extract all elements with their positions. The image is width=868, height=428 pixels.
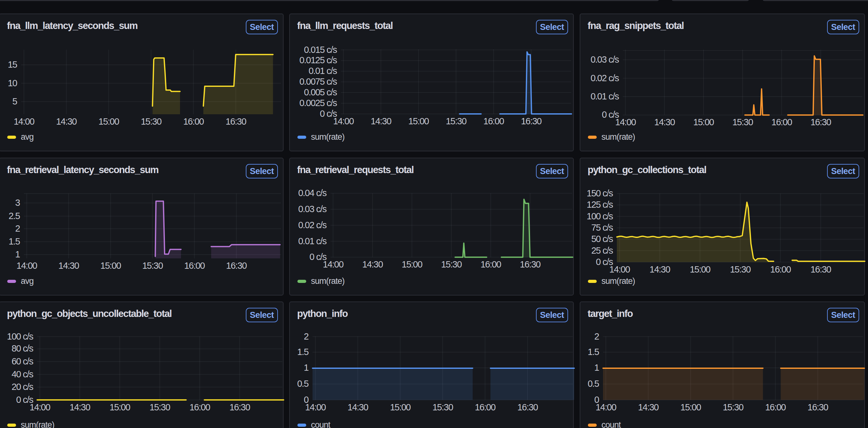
svg-text:80 c/s: 80 c/s	[12, 343, 33, 354]
svg-text:1: 1	[304, 363, 308, 373]
svg-text:0.0125 c/s: 0.0125 c/s	[299, 55, 337, 65]
svg-text:50 c/s: 50 c/s	[591, 234, 613, 244]
svg-text:75 c/s: 75 c/s	[591, 222, 613, 233]
svg-text:150 c/s: 150 c/s	[587, 188, 613, 198]
svg-text:14:00: 14:00	[595, 402, 616, 412]
svg-text:1: 1	[594, 363, 599, 373]
svg-text:40 c/s: 40 c/s	[12, 369, 33, 379]
svg-text:16:00: 16:00	[184, 261, 205, 271]
svg-text:14:30: 14:30	[371, 116, 391, 126]
svg-text:15:30: 15:30	[142, 261, 163, 271]
svg-text:16:00: 16:00	[770, 264, 790, 274]
svg-text:1.5: 1.5	[297, 347, 308, 357]
svg-text:14:00: 14:00	[30, 402, 50, 412]
svg-text:14:30: 14:30	[56, 117, 76, 126]
svg-text:14:30: 14:30	[362, 259, 383, 269]
svg-text:16:30: 16:30	[226, 261, 246, 271]
svg-text:0.03 c/s: 0.03 c/s	[590, 55, 619, 64]
svg-text:100 c/s: 100 c/s	[587, 211, 613, 221]
svg-text:125 c/s: 125 c/s	[587, 200, 613, 210]
svg-text:14:00: 14:00	[333, 116, 353, 126]
svg-text:16:30: 16:30	[808, 402, 828, 412]
svg-text:1: 1	[15, 249, 20, 259]
svg-text:2.5: 2.5	[8, 211, 20, 221]
svg-text:15:30: 15:30	[732, 117, 753, 127]
svg-text:14:00: 14:00	[609, 264, 630, 274]
svg-text:15:00: 15:00	[98, 117, 119, 126]
svg-text:60 c/s: 60 c/s	[12, 356, 33, 366]
svg-text:15:00: 15:00	[390, 402, 410, 412]
svg-text:16:00: 16:00	[475, 402, 495, 412]
svg-text:14:00: 14:00	[305, 402, 326, 412]
svg-text:16:00: 16:00	[771, 117, 792, 127]
svg-text:14:00: 14:00	[17, 261, 37, 271]
svg-text:16:30: 16:30	[226, 117, 246, 126]
svg-text:16:00: 16:00	[189, 402, 210, 412]
svg-text:20 c/s: 20 c/s	[12, 382, 33, 392]
svg-text:5: 5	[12, 96, 17, 106]
svg-text:15:00: 15:00	[110, 402, 130, 412]
svg-text:15:00: 15:00	[408, 116, 429, 126]
svg-text:0.02 c/s: 0.02 c/s	[298, 220, 327, 230]
svg-text:14:30: 14:30	[654, 117, 675, 127]
svg-text:2: 2	[594, 331, 599, 341]
svg-text:0.01 c/s: 0.01 c/s	[308, 66, 337, 76]
svg-text:10: 10	[8, 78, 17, 88]
svg-text:100 c/s: 100 c/s	[7, 331, 33, 341]
svg-text:2: 2	[15, 223, 20, 234]
svg-text:0.0025 c/s: 0.0025 c/s	[299, 98, 337, 108]
svg-text:16:00: 16:00	[765, 402, 785, 412]
svg-text:2: 2	[304, 331, 308, 341]
svg-text:16:30: 16:30	[810, 264, 831, 274]
svg-text:15:30: 15:30	[432, 402, 453, 412]
svg-text:0.03 c/s: 0.03 c/s	[298, 204, 327, 214]
svg-text:15: 15	[8, 59, 17, 69]
svg-text:14:30: 14:30	[69, 402, 90, 412]
svg-text:14:00: 14:00	[13, 117, 34, 126]
svg-text:16:00: 16:00	[480, 259, 501, 269]
svg-text:0.01 c/s: 0.01 c/s	[590, 91, 619, 101]
svg-text:14:30: 14:30	[638, 402, 658, 412]
svg-text:1.5: 1.5	[588, 347, 599, 357]
svg-text:16:30: 16:30	[810, 117, 831, 127]
svg-text:0.5: 0.5	[588, 378, 599, 389]
svg-text:14:30: 14:30	[59, 261, 79, 271]
svg-text:14:30: 14:30	[347, 402, 368, 412]
svg-text:1.5: 1.5	[8, 236, 20, 246]
svg-text:0.005 c/s: 0.005 c/s	[304, 87, 337, 97]
svg-text:0.5: 0.5	[297, 378, 308, 389]
svg-text:15:00: 15:00	[680, 402, 701, 412]
svg-text:25 c/s: 25 c/s	[591, 245, 613, 255]
svg-text:15:00: 15:00	[100, 261, 121, 271]
svg-text:3: 3	[15, 197, 20, 208]
svg-text:16:00: 16:00	[183, 117, 204, 126]
svg-text:15:00: 15:00	[690, 264, 710, 274]
svg-text:15:30: 15:30	[722, 402, 743, 412]
svg-text:15:30: 15:30	[150, 402, 170, 412]
svg-text:16:30: 16:30	[229, 402, 250, 412]
svg-text:14:30: 14:30	[650, 264, 670, 274]
svg-text:15:30: 15:30	[446, 116, 466, 126]
svg-text:15:00: 15:00	[693, 117, 714, 127]
svg-text:0.02 c/s: 0.02 c/s	[590, 73, 619, 83]
svg-text:15:30: 15:30	[441, 259, 461, 269]
svg-text:15:30: 15:30	[730, 264, 750, 274]
svg-text:0.015 c/s: 0.015 c/s	[304, 45, 337, 55]
svg-text:16:30: 16:30	[518, 402, 538, 412]
svg-text:16:30: 16:30	[521, 116, 541, 126]
svg-text:14:00: 14:00	[615, 117, 636, 127]
svg-text:14:00: 14:00	[323, 259, 343, 269]
svg-text:16:00: 16:00	[484, 116, 504, 126]
svg-text:0.04 c/s: 0.04 c/s	[298, 188, 327, 198]
svg-text:16:30: 16:30	[520, 259, 540, 269]
svg-text:0.0075 c/s: 0.0075 c/s	[299, 77, 337, 87]
svg-text:0.01 c/s: 0.01 c/s	[298, 236, 327, 246]
svg-text:15:00: 15:00	[402, 259, 422, 269]
svg-text:15:30: 15:30	[141, 117, 161, 126]
